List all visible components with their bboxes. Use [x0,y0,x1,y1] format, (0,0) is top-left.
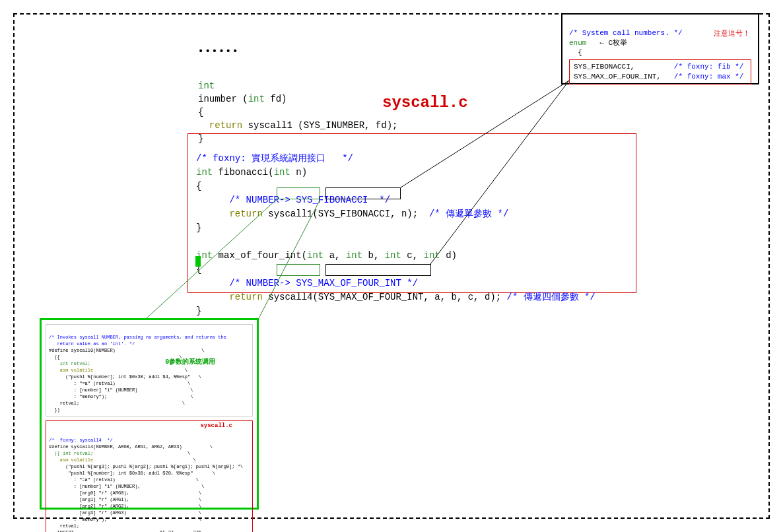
highlight-syscall4 [277,264,320,276]
paren: ( [312,292,318,302]
enum-item: SYS_MAX_OF_FOUR_INT, [574,73,661,81]
text: asm volatile [49,368,93,373]
kw-int: int [346,250,362,261]
text: [arg2] "r" (ARG2), [49,504,129,509]
text: c, [401,250,424,261]
kw-enum: enum [569,39,586,47]
text: inumber ( [198,94,248,104]
comment: /* foxny: 實現系統調用接口 */ [196,153,353,164]
text: b, [362,250,385,261]
cursor-icon [195,256,201,267]
text: asm volatile [49,457,93,463]
text: , n); [390,209,429,219]
text: [arg3] "r" (ARG3) [49,510,127,515]
kw-int: int [307,250,323,261]
comment: /* 傳遞單參數 */ [429,209,508,219]
kw-int: int [274,167,290,178]
highlight-syscall1 [277,187,320,199]
comment: /* 傳遞四個參數 */ [507,292,596,302]
text: [arg1] "r" (ARG1), [49,497,129,502]
text: ({ int retval; [49,451,93,456]
enum-panel: /* System call numbers. */ enum ← C枚举 { … [561,13,759,84]
text: : "memory"); [49,517,107,522]
paren: ( [312,209,318,219]
text: fibonacci( [213,167,273,178]
text: : [number] "i" (NUMBER), [49,484,141,489]
text: [arg0] "r" (ARG0), [49,490,129,496]
const-sys-fibonacci: SYS_FIBONACCI [318,209,390,219]
kw-int: int [198,81,215,91]
ellipsis: •••••• [198,46,239,57]
text: #define syscall0(NUMBER) [49,348,116,353]
brace: } [196,222,201,233]
text: syscall1 (SYS_INUMBER, fd); [242,120,397,131]
text: : "memory"); [49,394,107,399]
text: : "=a" (retval) [49,477,116,482]
kw-return: return [196,209,263,219]
comment: /* foxny: max */ [674,73,744,81]
kw-return: return [198,120,242,131]
kw-return: return [196,292,263,302]
enum-item: SYS_FIBONACCI, [574,63,634,71]
text: #define syscall4(NUMBER, ARG0, ARG1, ARG… [49,444,182,449]
text: int retval; [49,361,90,366]
text: fd) [265,94,287,104]
comment: /* NUMBER-> SYS_MAX_OF_FOUR_INT */ [196,278,418,288]
text: "pushl %[number]; int $0x30; addl $20, %… [49,471,193,476]
thumb-syscall0: /* Invokes syscall NUMBER, passing no ar… [46,324,253,416]
brace: { [196,181,201,191]
thumb-syscall4: syscall.c /* foxny: syscall4 */ #define … [46,420,253,532]
thumbnail-panel: /* Invokes syscall NUMBER, passing no ar… [40,318,259,510]
thumb-title-syscallc: syscall.c [200,422,232,429]
comment: /* foxny: fib */ [674,63,744,71]
diagram-frame: •••••• int inumber (int fd) { return sys… [13,13,770,519]
fn-syscall1: syscall1 [263,209,313,219]
brace: { [569,49,582,57]
text: ({ [49,354,60,360]
fn-syscall4: syscall4 [263,292,313,302]
text: /* Invokes syscall NUMBER, passing no ar… [49,335,226,340]
text: /* foxny: syscall4 */ [49,438,113,443]
text: return value as an 'int'. */ [49,341,135,347]
enum-inner-box: SYS_FIBONACCI, /* foxny: fib */ SYS_MAX_… [569,59,751,84]
kw-int: int [196,167,213,178]
highlight-sys-fibonacci [325,187,401,199]
text: max_of_four_int( [213,250,307,261]
text: ("pushl %[arg3]; pushl %[arg2]; pushl %[… [49,464,240,469]
text: retval; [49,523,79,529]
brace: { [198,107,203,117]
kw-int: int [424,250,440,261]
text: : [number] "i" (NUMBER) [49,387,137,393]
text: n) [290,167,307,178]
text: a, b, c, d); [429,292,507,302]
title-syscall-c: syscall.c [382,94,468,112]
text: retval; [49,401,79,406]
thumb-title-0args: 0参数的系统调用 [165,358,215,366]
kw-int: int [385,250,401,261]
highlight-sys-max [325,264,431,276]
const-sys-max: SYS_MAX_OF_FOUR_INT, [318,292,429,302]
kw-int: int [248,94,265,104]
text: }) [49,407,60,413]
text: d) [440,250,457,261]
comment: /* System call numbers. */ [569,29,683,37]
warning-note: 注意逗号！ [714,29,750,39]
text: a, [323,250,346,261]
brace: } [196,306,201,316]
text: ← C枚举 [586,39,627,47]
text: : "=a" (retval) [49,381,116,386]
text: ("pushl %[number]; int $0x30; addl $4, %… [49,374,190,380]
